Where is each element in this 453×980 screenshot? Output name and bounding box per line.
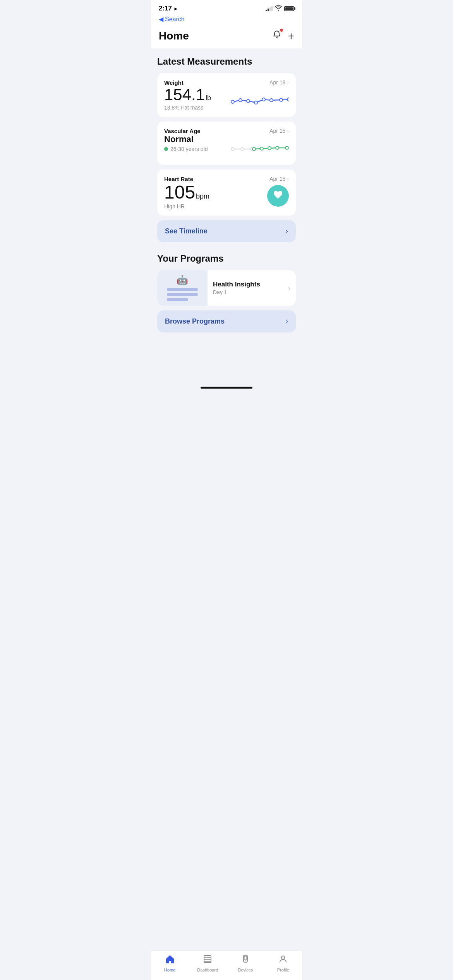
weight-value: 154.1lb (164, 87, 211, 103)
browse-programs-button[interactable]: Browse Programs › (157, 310, 296, 332)
svg-point-4 (262, 98, 265, 101)
notification-badge (280, 28, 283, 32)
svg-point-9 (231, 147, 234, 151)
svg-point-0 (231, 100, 234, 103)
program-emoji-icon: 🤖 (177, 275, 188, 286)
vascular-age-card[interactable]: Vascular Age Normal 26-30 years old Apr … (157, 122, 296, 165)
chevron-right-icon: › (287, 176, 289, 182)
latest-measurements-title: Latest Measurements (157, 56, 296, 67)
notification-button[interactable] (272, 30, 282, 42)
program-info: Health Insights Day 1 › (208, 270, 296, 306)
health-insights-card[interactable]: 🤖 Health Insights Day 1 › (157, 270, 296, 306)
vascular-chart (231, 139, 289, 159)
svg-point-16 (285, 146, 288, 149)
status-bar: 2:17 ► (151, 0, 302, 15)
page-title: Home (159, 30, 189, 42)
location-icon: ► (173, 6, 178, 12)
heart-icon (273, 190, 283, 202)
vascular-label-bottom: Normal (164, 134, 208, 144)
green-dot-icon (164, 147, 168, 151)
main-content: Latest Measurements Weight 154.1lb 13.8%… (151, 48, 302, 384)
see-timeline-button[interactable]: See Timeline › (157, 220, 296, 242)
vascular-subtext: 26-30 years old (164, 146, 208, 152)
heart-rate-icon (267, 185, 289, 207)
signal-icon (266, 6, 273, 11)
svg-point-13 (260, 147, 263, 150)
svg-point-2 (247, 99, 250, 103)
svg-point-5 (270, 99, 273, 102)
chevron-right-icon: › (286, 227, 288, 235)
weight-label: Weight (164, 79, 211, 86)
bottom-home-indicator (201, 387, 252, 389)
vascular-label-top: Vascular Age (164, 128, 208, 134)
program-lines (167, 288, 198, 301)
browse-programs-label: Browse Programs (165, 317, 225, 326)
battery-icon (284, 6, 294, 11)
svg-point-12 (252, 147, 256, 151)
see-timeline-label: See Timeline (165, 227, 208, 235)
latest-measurements-section: Latest Measurements Weight 154.1lb 13.8%… (157, 56, 296, 216)
weight-date: Apr 18 › (269, 79, 289, 86)
program-thumbnail: 🤖 (157, 270, 208, 306)
vascular-date: Apr 15 › (269, 128, 289, 134)
weight-chart (231, 91, 289, 110)
heart-rate-label: Heart Rate (164, 176, 209, 182)
svg-point-7 (287, 98, 289, 101)
svg-point-6 (280, 98, 283, 101)
program-subtitle: Day 1 (213, 289, 260, 295)
program-title: Health Insights (213, 281, 260, 288)
weight-subtext: 13.8% Fat mass (164, 105, 211, 111)
status-icons (266, 5, 294, 12)
weight-card[interactable]: Weight 154.1lb 13.8% Fat mass Apr 18 › (157, 73, 296, 117)
bell-icon (272, 31, 282, 42)
chevron-right-icon: › (287, 128, 289, 134)
chevron-right-icon: › (286, 317, 288, 326)
your-programs-section: Your Programs 🤖 Health Insights Day 1 › (157, 253, 296, 332)
add-button[interactable]: + (288, 30, 294, 42)
svg-point-3 (254, 101, 257, 104)
top-bar-actions: + (272, 30, 294, 42)
heart-rate-subtext: High HR (164, 203, 209, 209)
svg-point-1 (239, 99, 242, 102)
back-arrow-icon: ◀ (159, 15, 163, 23)
svg-point-10 (241, 147, 244, 151)
status-time: 2:17 ► (159, 5, 178, 12)
svg-point-14 (268, 147, 271, 150)
heart-rate-card[interactable]: Heart Rate 105bpm High HR Apr 15 › (157, 170, 296, 216)
your-programs-title: Your Programs (157, 253, 296, 264)
heart-rate-date: Apr 15 › (269, 176, 289, 182)
chevron-right-icon: › (287, 79, 289, 86)
back-label[interactable]: Search (165, 16, 185, 23)
wifi-icon (275, 5, 282, 12)
top-bar: Home + (151, 27, 302, 48)
heart-rate-value: 105bpm (164, 183, 209, 202)
nav-back[interactable]: ◀ Search (151, 15, 302, 27)
chevron-right-icon: › (288, 284, 290, 293)
svg-point-15 (276, 146, 279, 149)
